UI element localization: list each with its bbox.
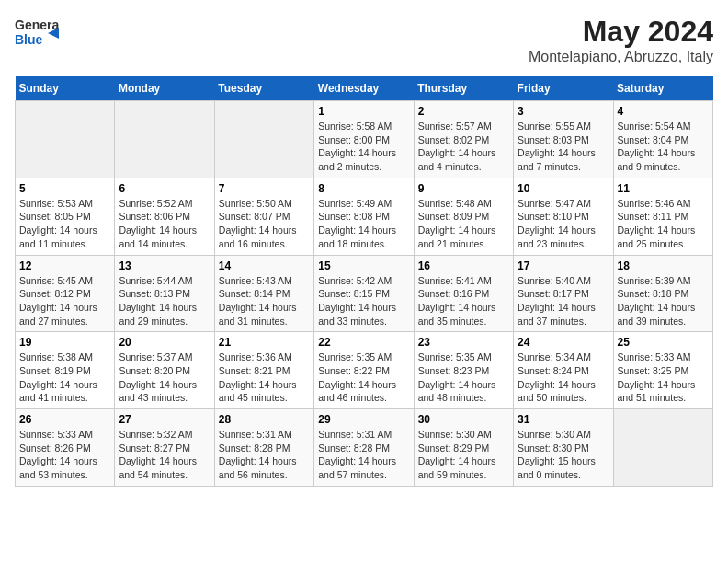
day-info: Sunrise: 5:52 AM Sunset: 8:06 PM Dayligh… <box>119 197 210 251</box>
calendar-week-row: 19Sunrise: 5:38 AM Sunset: 8:19 PM Dayli… <box>16 332 713 409</box>
column-header-saturday: Saturday <box>613 76 712 101</box>
calendar-cell: 8Sunrise: 5:49 AM Sunset: 8:08 PM Daylig… <box>314 178 414 255</box>
calendar-cell: 31Sunrise: 5:30 AM Sunset: 8:30 PM Dayli… <box>514 409 613 487</box>
calendar-cell <box>214 101 313 178</box>
day-number: 12 <box>19 259 110 272</box>
title-block: May 2024 Montelapiano, Abruzzo, Italy <box>529 15 713 65</box>
day-number: 5 <box>19 182 110 195</box>
day-number: 20 <box>119 336 210 349</box>
day-number: 23 <box>418 336 509 349</box>
calendar-cell: 26Sunrise: 5:33 AM Sunset: 8:26 PM Dayli… <box>16 409 115 487</box>
calendar-cell: 1Sunrise: 5:58 AM Sunset: 8:00 PM Daylig… <box>314 101 414 178</box>
column-header-wednesday: Wednesday <box>314 76 414 101</box>
day-info: Sunrise: 5:50 AM Sunset: 8:07 PM Dayligh… <box>219 197 310 251</box>
day-info: Sunrise: 5:37 AM Sunset: 8:20 PM Dayligh… <box>119 350 210 405</box>
calendar-cell: 2Sunrise: 5:57 AM Sunset: 8:02 PM Daylig… <box>414 101 513 178</box>
svg-text:Blue: Blue <box>15 32 43 47</box>
calendar-cell: 25Sunrise: 5:33 AM Sunset: 8:25 PM Dayli… <box>613 332 712 409</box>
calendar-header-row: SundayMondayTuesdayWednesdayThursdayFrid… <box>16 76 713 101</box>
page-header: General Blue May 2024 Montelapiano, Abru… <box>15 15 713 65</box>
calendar-cell: 4Sunrise: 5:54 AM Sunset: 8:04 PM Daylig… <box>613 101 712 178</box>
calendar-cell <box>16 101 115 178</box>
calendar-week-row: 1Sunrise: 5:58 AM Sunset: 8:00 PM Daylig… <box>16 101 713 178</box>
column-header-friday: Friday <box>514 76 613 101</box>
day-info: Sunrise: 5:33 AM Sunset: 8:25 PM Dayligh… <box>618 350 709 405</box>
day-number: 1 <box>318 105 409 118</box>
day-number: 26 <box>19 413 110 426</box>
day-info: Sunrise: 5:35 AM Sunset: 8:22 PM Dayligh… <box>318 350 409 405</box>
day-number: 15 <box>318 259 409 272</box>
day-number: 24 <box>518 336 609 349</box>
day-number: 11 <box>618 182 709 195</box>
day-info: Sunrise: 5:42 AM Sunset: 8:15 PM Dayligh… <box>318 274 409 328</box>
day-number: 13 <box>119 259 210 272</box>
calendar-cell: 16Sunrise: 5:41 AM Sunset: 8:16 PM Dayli… <box>414 255 513 332</box>
day-info: Sunrise: 5:45 AM Sunset: 8:12 PM Dayligh… <box>19 274 110 328</box>
calendar-cell: 22Sunrise: 5:35 AM Sunset: 8:22 PM Dayli… <box>314 332 414 409</box>
svg-text:General: General <box>15 17 59 32</box>
day-info: Sunrise: 5:48 AM Sunset: 8:09 PM Dayligh… <box>418 197 509 251</box>
day-info: Sunrise: 5:47 AM Sunset: 8:10 PM Dayligh… <box>518 197 609 251</box>
calendar-cell: 12Sunrise: 5:45 AM Sunset: 8:12 PM Dayli… <box>16 255 115 332</box>
day-number: 17 <box>518 259 609 272</box>
day-info: Sunrise: 5:34 AM Sunset: 8:24 PM Dayligh… <box>518 350 609 405</box>
day-number: 6 <box>119 182 210 195</box>
calendar-cell: 6Sunrise: 5:52 AM Sunset: 8:06 PM Daylig… <box>115 178 214 255</box>
day-number: 7 <box>219 182 310 195</box>
calendar-cell: 10Sunrise: 5:47 AM Sunset: 8:10 PM Dayli… <box>514 178 613 255</box>
day-info: Sunrise: 5:49 AM Sunset: 8:08 PM Dayligh… <box>318 197 409 251</box>
day-number: 28 <box>219 413 310 426</box>
day-info: Sunrise: 5:54 AM Sunset: 8:04 PM Dayligh… <box>618 120 709 174</box>
day-number: 19 <box>19 336 110 349</box>
day-number: 4 <box>618 105 709 118</box>
day-number: 14 <box>219 259 310 272</box>
day-number: 9 <box>418 182 509 195</box>
column-header-monday: Monday <box>115 76 214 101</box>
day-info: Sunrise: 5:33 AM Sunset: 8:26 PM Dayligh… <box>19 428 110 482</box>
day-number: 30 <box>418 413 509 426</box>
calendar-cell: 5Sunrise: 5:53 AM Sunset: 8:05 PM Daylig… <box>16 178 115 255</box>
day-info: Sunrise: 5:30 AM Sunset: 8:29 PM Dayligh… <box>418 428 509 482</box>
day-info: Sunrise: 5:57 AM Sunset: 8:02 PM Dayligh… <box>418 120 509 174</box>
day-info: Sunrise: 5:58 AM Sunset: 8:00 PM Dayligh… <box>318 120 409 174</box>
day-number: 25 <box>618 336 709 349</box>
calendar-cell: 20Sunrise: 5:37 AM Sunset: 8:20 PM Dayli… <box>115 332 214 409</box>
day-info: Sunrise: 5:40 AM Sunset: 8:17 PM Dayligh… <box>518 274 609 328</box>
column-header-tuesday: Tuesday <box>214 76 313 101</box>
calendar-cell <box>115 101 214 178</box>
location-title: Montelapiano, Abruzzo, Italy <box>529 49 713 65</box>
day-number: 31 <box>518 413 609 426</box>
calendar-cell <box>613 409 712 487</box>
day-number: 3 <box>518 105 609 118</box>
calendar-week-row: 12Sunrise: 5:45 AM Sunset: 8:12 PM Dayli… <box>16 255 713 332</box>
calendar-week-row: 26Sunrise: 5:33 AM Sunset: 8:26 PM Dayli… <box>16 409 713 487</box>
day-number: 21 <box>219 336 310 349</box>
day-number: 16 <box>418 259 509 272</box>
calendar-cell: 3Sunrise: 5:55 AM Sunset: 8:03 PM Daylig… <box>514 101 613 178</box>
day-number: 22 <box>318 336 409 349</box>
column-header-thursday: Thursday <box>414 76 513 101</box>
day-info: Sunrise: 5:55 AM Sunset: 8:03 PM Dayligh… <box>518 120 609 174</box>
calendar-cell: 28Sunrise: 5:31 AM Sunset: 8:28 PM Dayli… <box>214 409 313 487</box>
calendar-week-row: 5Sunrise: 5:53 AM Sunset: 8:05 PM Daylig… <box>16 178 713 255</box>
calendar-cell: 13Sunrise: 5:44 AM Sunset: 8:13 PM Dayli… <box>115 255 214 332</box>
logo-icon: General Blue <box>15 15 59 55</box>
day-info: Sunrise: 5:38 AM Sunset: 8:19 PM Dayligh… <box>19 350 110 405</box>
calendar-cell: 21Sunrise: 5:36 AM Sunset: 8:21 PM Dayli… <box>214 332 313 409</box>
day-info: Sunrise: 5:41 AM Sunset: 8:16 PM Dayligh… <box>418 274 509 328</box>
day-info: Sunrise: 5:30 AM Sunset: 8:30 PM Dayligh… <box>518 428 609 482</box>
calendar-cell: 30Sunrise: 5:30 AM Sunset: 8:29 PM Dayli… <box>414 409 513 487</box>
day-info: Sunrise: 5:32 AM Sunset: 8:27 PM Dayligh… <box>119 428 210 482</box>
day-number: 8 <box>318 182 409 195</box>
calendar-cell: 24Sunrise: 5:34 AM Sunset: 8:24 PM Dayli… <box>514 332 613 409</box>
calendar-table: SundayMondayTuesdayWednesdayThursdayFrid… <box>15 76 713 487</box>
day-number: 2 <box>418 105 509 118</box>
calendar-cell: 23Sunrise: 5:35 AM Sunset: 8:23 PM Dayli… <box>414 332 513 409</box>
day-number: 18 <box>618 259 709 272</box>
day-info: Sunrise: 5:39 AM Sunset: 8:18 PM Dayligh… <box>618 274 709 328</box>
calendar-cell: 27Sunrise: 5:32 AM Sunset: 8:27 PM Dayli… <box>115 409 214 487</box>
month-title: May 2024 <box>529 15 713 49</box>
day-info: Sunrise: 5:36 AM Sunset: 8:21 PM Dayligh… <box>219 350 310 405</box>
day-info: Sunrise: 5:53 AM Sunset: 8:05 PM Dayligh… <box>19 197 110 251</box>
column-header-sunday: Sunday <box>16 76 115 101</box>
